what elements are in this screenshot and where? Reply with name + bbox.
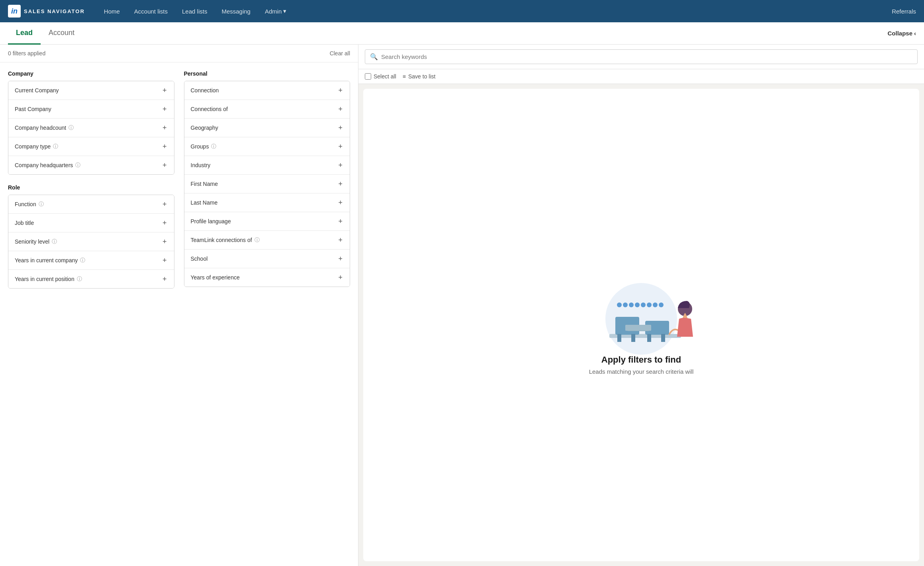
filter-item-industry[interactable]: Industry + [184,156,350,175]
filter-item-groups[interactable]: Groups ⓘ + [184,137,350,156]
add-past-company-button[interactable]: + [162,105,168,113]
filter-item-function[interactable]: Function ⓘ + [8,195,174,214]
filter-item-company-type[interactable]: Company type ⓘ + [8,137,174,156]
add-last-name-button[interactable]: + [337,199,343,206]
company-section-title: Company [8,70,174,77]
add-seniority-button[interactable]: + [162,238,168,245]
filter-item-seniority-level[interactable]: Seniority level ⓘ + [8,232,174,251]
add-industry-button[interactable]: + [337,162,343,169]
add-teamlink-button[interactable]: + [337,236,343,244]
nav-link-admin[interactable]: Admin ▾ [258,0,294,22]
function-info-icon: ⓘ [39,201,44,208]
personal-section-title: Personal [184,70,350,77]
filter-item-profile-language[interactable]: Profile language + [184,212,350,231]
filter-item-years-current-position[interactable]: Years in current position ⓘ + [8,270,174,288]
svg-rect-17 [625,325,651,331]
search-input[interactable] [381,53,912,60]
search-input-wrap[interactable]: 🔍 [365,49,918,64]
add-function-button[interactable]: + [162,201,168,208]
company-headcount-info-icon: ⓘ [69,124,74,131]
results-toolbar: Select all ≡ Save to list [358,69,924,84]
add-connections-of-button[interactable]: + [337,105,343,113]
linkedin-logo-text: in [11,7,18,16]
company-type-info-icon: ⓘ [53,143,58,150]
tabs-bar: Lead Account Collapse ‹ [0,22,924,45]
filter-item-years-experience[interactable]: Years of experience + [184,268,350,287]
filter-item-first-name[interactable]: First Name + [184,175,350,193]
role-section-title: Role [8,184,174,191]
tab-account[interactable]: Account [41,22,82,45]
main-layout: 0 filters applied Clear all Company Curr… [0,45,924,566]
add-job-title-button[interactable]: + [162,219,168,226]
nav-link-home[interactable]: Home [97,0,127,22]
role-filter-list: Function ⓘ + Job title + [8,195,174,289]
years-company-info-icon: ⓘ [80,257,85,264]
add-company-type-button[interactable]: + [162,143,168,150]
filter-item-job-title[interactable]: Job title + [8,214,174,232]
svg-point-5 [641,303,646,307]
filter-item-connections-of[interactable]: Connections of + [184,100,350,119]
nav-link-lead-lists[interactable]: Lead lists [175,0,214,22]
clear-all-button[interactable]: Clear all [330,50,350,57]
add-company-headquarters-button[interactable]: + [162,162,168,169]
svg-rect-14 [647,334,651,342]
nav-link-account-lists[interactable]: Account lists [127,0,175,22]
svg-point-6 [647,303,652,307]
svg-point-4 [635,303,640,307]
filter-item-company-headcount[interactable]: Company headcount ⓘ + [8,119,174,137]
filter-item-last-name[interactable]: Last Name + [184,193,350,212]
add-groups-button[interactable]: + [337,143,343,150]
right-panel: 🔍 Select all ≡ Save to list [358,45,924,566]
empty-state: Apply filters to find Leads matching you… [363,89,919,561]
admin-chevron-icon: ▾ [283,8,286,15]
filter-item-geography[interactable]: Geography + [184,119,350,137]
add-first-name-button[interactable]: + [337,180,343,187]
select-all-checkbox[interactable] [365,73,371,80]
years-position-info-icon: ⓘ [77,275,82,283]
filters-applied-count: 0 filters applied [8,50,45,57]
illustration [578,275,705,355]
teamlink-info-icon: ⓘ [254,236,260,244]
svg-point-8 [659,303,664,307]
collapse-button[interactable]: Collapse ‹ [887,30,916,37]
filter-item-past-company[interactable]: Past Company + [8,100,174,119]
role-section: Role Function ⓘ + Job title [8,184,174,289]
svg-point-3 [629,303,634,307]
filter-item-current-company[interactable]: Current Company + [8,81,174,100]
filter-item-connection[interactable]: Connection + [184,81,350,100]
add-geography-button[interactable]: + [337,124,343,131]
select-all-wrap: Select all [365,73,396,80]
filter-panel: 0 filters applied Clear all Company Curr… [0,45,358,566]
add-company-headcount-button[interactable]: + [162,124,168,131]
add-years-experience-button[interactable]: + [337,274,343,281]
nav-referrals-link[interactable]: Referrals [892,8,916,15]
tab-lead[interactable]: Lead [8,22,41,45]
nav-links: Home Account lists Lead lists Messaging … [97,0,892,22]
groups-info-icon: ⓘ [211,143,216,150]
add-years-position-button[interactable]: + [162,275,168,283]
filter-item-school[interactable]: School + [184,250,350,268]
search-bar-row: 🔍 [358,45,924,69]
nav-logo[interactable]: in SALES NAVIGATOR [8,5,85,18]
company-hq-info-icon: ⓘ [75,162,80,169]
save-to-list-icon: ≡ [403,73,406,80]
add-school-button[interactable]: + [337,255,343,262]
filter-item-years-current-company[interactable]: Years in current company ⓘ + [8,251,174,270]
personal-filter-list: Connection + Connections of + [184,81,350,287]
brand-name: SALES NAVIGATOR [24,8,85,14]
nav-link-messaging[interactable]: Messaging [214,0,258,22]
company-filter-list: Current Company + Past Company + [8,81,174,175]
filter-columns: Company Current Company + Past Company [0,62,358,306]
empty-state-subtitle: Leads matching your search criteria will [589,368,694,375]
svg-rect-12 [631,334,635,342]
filter-item-teamlink-connections[interactable]: TeamLink connections of ⓘ + [184,231,350,250]
add-connection-button[interactable]: + [337,87,343,94]
save-to-list-button[interactable]: ≡ Save to list [403,73,436,80]
add-current-company-button[interactable]: + [162,87,168,94]
filter-item-company-headquarters[interactable]: Company headquarters ⓘ + [8,156,174,174]
filters-header: 0 filters applied Clear all [0,45,358,62]
collapse-chevron-icon: ‹ [914,30,916,37]
svg-rect-11 [617,334,621,342]
add-profile-language-button[interactable]: + [337,218,343,225]
add-years-company-button[interactable]: + [162,257,168,264]
